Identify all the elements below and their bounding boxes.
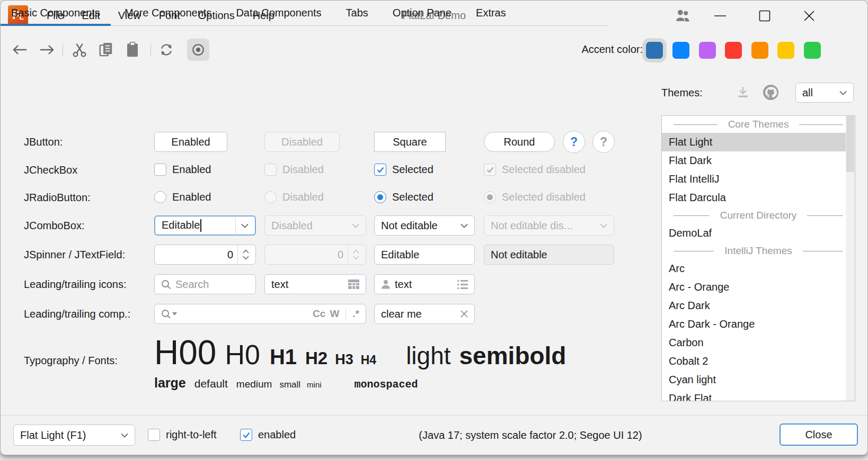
checkbox-selected[interactable]: Selected: [374, 164, 433, 176]
chevron-down-icon: [241, 223, 249, 228]
github-link-button[interactable]: [763, 84, 779, 101]
radio-enabled[interactable]: Enabled: [154, 191, 211, 203]
theme-item-arc[interactable]: Arc: [662, 259, 855, 278]
checkbox-disabled: Disabled: [264, 164, 324, 176]
radio-button: [264, 191, 277, 203]
accent-swatch-red[interactable]: [725, 42, 742, 59]
users-icon: [675, 9, 691, 23]
radio-button: [484, 191, 496, 203]
search-options-field[interactable]: Cc W .*: [154, 304, 366, 324]
square-button[interactable]: Square: [374, 132, 446, 152]
tab-basic-components[interactable]: Basic Components: [1, 1, 111, 25]
search-field[interactable]: Search: [154, 274, 256, 294]
tab-option-pane[interactable]: Option Pane: [382, 1, 462, 25]
main-tabbar: Basic Components More Components Data Co…: [1, 1, 608, 26]
theme-item-flat-light[interactable]: Flat Light: [662, 133, 855, 151]
theme-item-cobalt-2[interactable]: Cobalt 2: [662, 352, 855, 371]
semibold-sample: semibold: [459, 341, 566, 370]
themes-scrollbar[interactable]: [846, 116, 855, 401]
themes-filter-combobox[interactable]: all: [795, 83, 854, 103]
accent-swatch-yellow[interactable]: [777, 42, 794, 59]
github-icon: [763, 84, 779, 101]
clearable-field[interactable]: clear me: [374, 304, 475, 324]
maximize-icon: [759, 10, 770, 22]
users-button[interactable]: [672, 8, 694, 24]
maximize-button[interactable]: [754, 8, 775, 24]
jcombobox-label: JComboBox:: [24, 218, 85, 233]
checkbox: [484, 164, 496, 176]
themes-separator: Core Themes: [662, 116, 855, 133]
checkbox[interactable]: [374, 164, 386, 176]
back-arrow-icon: [13, 44, 28, 55]
rtl-checkbox[interactable]: right-to-left: [148, 429, 217, 441]
radio-button[interactable]: [154, 191, 166, 203]
whole-word-button[interactable]: W: [330, 308, 339, 320]
download-themes-button[interactable]: [736, 85, 750, 99]
theme-item-dark-flat[interactable]: Dark Flat: [662, 389, 855, 401]
checkbox-enabled[interactable]: Enabled: [154, 164, 211, 176]
combobox-not-editable[interactable]: Not editable: [374, 215, 475, 236]
clear-icon[interactable]: [460, 310, 468, 318]
minimize-button[interactable]: [710, 8, 731, 24]
toolbar-separator: [63, 43, 63, 57]
tab-data-components[interactable]: Data Components: [225, 1, 332, 25]
theme-item-arc-dark-orange[interactable]: Arc Dark - Orange: [662, 315, 855, 333]
jspinner-label: JSpinner / JTextField:: [24, 247, 125, 262]
text-field-user-list[interactable]: text: [374, 274, 475, 294]
tab-tabs[interactable]: Tabs: [335, 1, 379, 25]
spinner-arrows-icon[interactable]: [243, 249, 249, 260]
accent-swatch-green[interactable]: [804, 42, 821, 59]
paste-button[interactable]: [121, 39, 144, 61]
theme-item-arc-orange[interactable]: Arc - Orange: [662, 278, 855, 296]
radio-button[interactable]: [374, 191, 386, 203]
search-with-menu-button[interactable]: [161, 309, 177, 319]
checkbox[interactable]: [154, 164, 166, 176]
eye-icon: [191, 43, 205, 57]
themes-list: Core Themes Flat Light Flat Dark Flat In…: [661, 115, 855, 401]
match-case-button[interactable]: Cc: [313, 308, 325, 320]
checkbox[interactable]: [148, 429, 160, 441]
text-field-table-icon[interactable]: text: [264, 274, 366, 294]
h4-sample: H4: [361, 353, 376, 367]
refresh-button[interactable]: [155, 39, 178, 61]
accent-swatch-blue[interactable]: [672, 42, 689, 59]
theme-item-flat-darcula[interactable]: Flat Darcula: [662, 188, 855, 207]
download-icon: [736, 85, 750, 99]
back-button[interactable]: [9, 39, 31, 61]
theme-item-flat-dark[interactable]: Flat Dark: [662, 151, 855, 170]
theme-item-cyan-light[interactable]: Cyan light: [662, 371, 855, 389]
tab-more-components[interactable]: More Components: [114, 1, 223, 25]
close-button[interactable]: Close: [780, 423, 858, 446]
theme-item-demolaf[interactable]: DemoLaf: [662, 224, 855, 242]
help-button[interactable]: ?: [563, 131, 585, 153]
round-button[interactable]: Round: [484, 132, 555, 152]
textfield-editable[interactable]: Editable: [374, 245, 475, 265]
copy-button[interactable]: [95, 39, 117, 61]
list-icon[interactable]: [457, 280, 468, 289]
status-info: (Java 17; system scale factor 2.0; Segoe…: [371, 429, 689, 441]
regex-button[interactable]: .*: [352, 308, 359, 320]
scrollbar-thumb[interactable]: [846, 116, 854, 172]
enabled-checkbox[interactable]: enabled: [240, 429, 296, 441]
tab-extras[interactable]: Extras: [465, 1, 517, 25]
theme-item-flat-intellij[interactable]: Flat IntelliJ: [662, 170, 855, 188]
laf-selector-combobox[interactable]: Flat Light (F1): [13, 425, 135, 446]
cut-button[interactable]: [68, 39, 91, 61]
table-icon[interactable]: [348, 279, 359, 289]
theme-item-arc-dark[interactable]: Arc Dark: [662, 296, 855, 315]
accent-swatch-orange[interactable]: [751, 42, 768, 59]
inspect-toggle-button[interactable]: [187, 39, 209, 61]
radio-disabled: Disabled: [264, 191, 324, 203]
spinner[interactable]: 0: [154, 245, 256, 265]
forward-button[interactable]: [36, 39, 58, 61]
enabled-button[interactable]: Enabled: [154, 132, 227, 152]
combobox-editable[interactable]: Editable: [154, 215, 256, 236]
chevron-down-icon: [121, 433, 128, 438]
radio-selected[interactable]: Selected: [374, 191, 433, 203]
close-window-button[interactable]: [799, 8, 820, 24]
h2-sample: H2: [305, 348, 327, 368]
accent-swatch-purple[interactable]: [699, 42, 716, 59]
accent-swatch-blue-default[interactable]: [646, 42, 663, 59]
checkbox[interactable]: [240, 429, 252, 441]
theme-item-carbon[interactable]: Carbon: [662, 333, 855, 352]
